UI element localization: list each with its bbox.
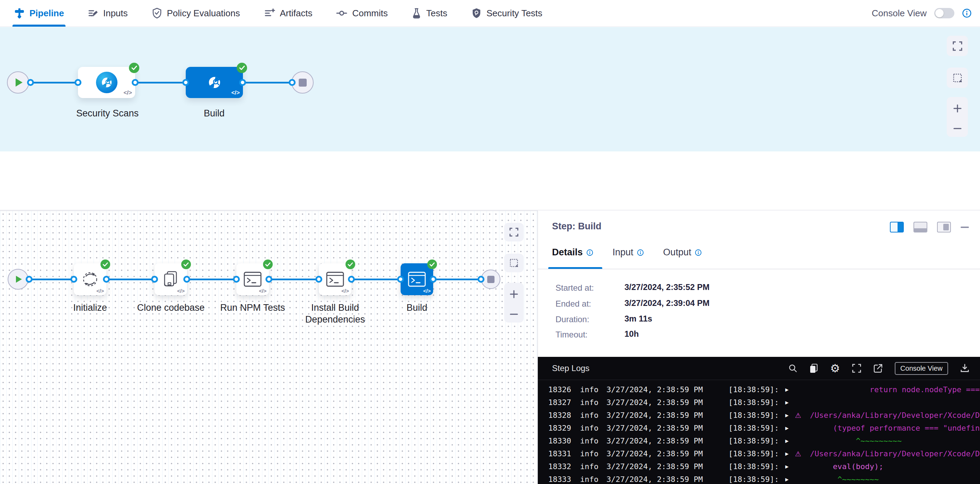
clone-codebase-icon (161, 270, 180, 289)
log-level: info (580, 424, 606, 432)
step-node-run-npm-tests[interactable]: </> (236, 263, 269, 295)
log-date: 3/27/2024, 2:38:59 PM (606, 385, 729, 394)
expand-caret-icon[interactable]: ▶ (785, 399, 795, 406)
stage-node-security-scans[interactable]: </> (78, 67, 135, 98)
step-node-initialize[interactable]: </> (74, 263, 107, 295)
code-icon: </> (123, 89, 132, 96)
expand-caret-icon[interactable]: ▶ (785, 438, 795, 444)
log-time: [18:38:59]: (729, 411, 785, 420)
expand-caret-icon[interactable]: ▶ (785, 463, 795, 470)
expand-caret-icon[interactable]: ▶ (785, 451, 795, 457)
zoom-out-button[interactable] (953, 127, 962, 130)
step-node-build[interactable]: </> (401, 263, 433, 295)
log-time: [18:38:59]: (729, 436, 785, 445)
info-icon (695, 249, 702, 256)
execution-graph-canvas[interactable]: </> </> </ (0, 211, 538, 484)
zoom-controls (504, 283, 523, 322)
step-node-clone-codebase[interactable]: </> (154, 263, 187, 295)
log-date: 3/27/2024, 2:38:59 PM (606, 411, 729, 420)
search-icon[interactable] (788, 364, 797, 373)
tab-security-tests[interactable]: Security Tests (469, 0, 544, 27)
success-badge (129, 63, 139, 73)
layout-bottom-panel-icon[interactable] (913, 222, 928, 232)
expand-caret-icon[interactable]: ▶ (785, 386, 795, 393)
layout-right-panel-icon[interactable] (890, 222, 904, 232)
tab-policy-evaluations[interactable]: Policy Evaluations (150, 0, 242, 27)
tab-output[interactable]: Output (663, 247, 702, 265)
pipeline-icon (14, 7, 25, 19)
success-badge (181, 260, 191, 269)
fullscreen-icon[interactable] (852, 363, 861, 373)
zoom-out-button[interactable] (509, 313, 519, 316)
copy-icon[interactable] (809, 363, 818, 373)
fullscreen-button[interactable] (504, 223, 523, 241)
connector-port (70, 276, 77, 283)
connector (30, 82, 79, 84)
code-icon: </> (96, 288, 104, 294)
connector-port (25, 276, 33, 283)
log-message: /Users/anka/Library/Developer/Xcode/De (805, 411, 980, 420)
detail-value: 3/27/2024, 2:35:52 PM (624, 282, 710, 292)
console-view-toggle[interactable] (934, 8, 955, 18)
open-in-new-icon[interactable] (873, 363, 883, 373)
step-label: Build (368, 302, 465, 314)
log-date: 3/27/2024, 2:38:59 PM (606, 436, 729, 445)
tabs-border (538, 269, 980, 269)
log-message: /Users/anka/Library/Developer/Xcode/De (805, 449, 980, 458)
stage-label: Security Scans (59, 108, 156, 119)
tab-commits[interactable]: Commits (334, 0, 389, 27)
step-node-install-build-dependencies[interactable]: </> (319, 263, 352, 295)
tab-label: Input (612, 247, 633, 258)
code-icon: </> (177, 288, 185, 294)
step-logs-title: Step Logs (552, 363, 589, 373)
marquee-select-button[interactable] (947, 68, 968, 88)
tab-details[interactable]: Details (552, 247, 593, 265)
panel-divider[interactable] (538, 211, 538, 484)
tab-pipeline[interactable]: Pipeline (13, 0, 65, 27)
log-time: [18:38:59]: (729, 385, 785, 394)
expand-caret-icon[interactable]: ▶ (785, 412, 795, 419)
zoom-in-button[interactable] (953, 104, 962, 113)
zoom-controls (947, 97, 968, 137)
log-level: info (580, 411, 606, 420)
expand-caret-icon[interactable]: ▶ (785, 425, 795, 431)
layout-floating-panel-icon[interactable] (937, 222, 951, 232)
tab-artifacts[interactable]: Artifacts (262, 0, 314, 27)
fullscreen-button[interactable] (947, 36, 968, 56)
log-message: (typeof performance === "undefine (805, 424, 980, 432)
zoom-in-button[interactable] (509, 290, 519, 298)
marquee-select-button[interactable] (504, 254, 523, 272)
artifacts-icon (264, 8, 275, 19)
info-icon[interactable] (962, 8, 972, 18)
log-line: 18327info3/27/2024, 2:38:59 PM[18:38:59]… (538, 396, 980, 409)
tab-inputs[interactable]: Inputs (86, 0, 129, 27)
stage-label: Build (165, 108, 262, 119)
log-date: 3/27/2024, 2:38:59 PM (606, 424, 729, 432)
connector-port (233, 276, 240, 283)
log-time: [18:38:59]: (729, 475, 785, 484)
expand-caret-icon[interactable]: ▶ (785, 476, 795, 482)
log-line: 18330info3/27/2024, 2:38:59 PM[18:38:59]… (538, 435, 980, 447)
tab-tests[interactable]: Tests (410, 0, 449, 27)
tab-input[interactable]: Input (612, 247, 644, 265)
step-logs-header: Step Logs ⚙ (538, 357, 980, 380)
minimize-panel-icon[interactable] (961, 227, 969, 228)
security-tests-shield-icon (471, 7, 482, 19)
log-level: info (580, 398, 606, 407)
success-badge (427, 260, 437, 269)
connector-port (75, 79, 81, 86)
stage-graph-canvas[interactable]: </> </> Security Scans Build (0, 27, 980, 151)
connector (186, 279, 236, 280)
panel-layout-controls (890, 222, 969, 232)
log-line: 18328info3/27/2024, 2:38:59 PM[18:38:59]… (538, 409, 980, 422)
settings-gear-icon[interactable]: ⚙ (830, 363, 840, 374)
log-level: info (580, 385, 606, 394)
nav-right-controls: Console View (872, 8, 980, 19)
terminal-icon (407, 271, 426, 287)
console-view-button[interactable]: Console View (895, 362, 948, 375)
download-icon[interactable] (960, 363, 970, 373)
log-level: info (580, 449, 606, 458)
stage-node-build[interactable]: </> (186, 67, 243, 98)
initialize-sync-icon (81, 270, 99, 288)
connector (351, 279, 401, 280)
